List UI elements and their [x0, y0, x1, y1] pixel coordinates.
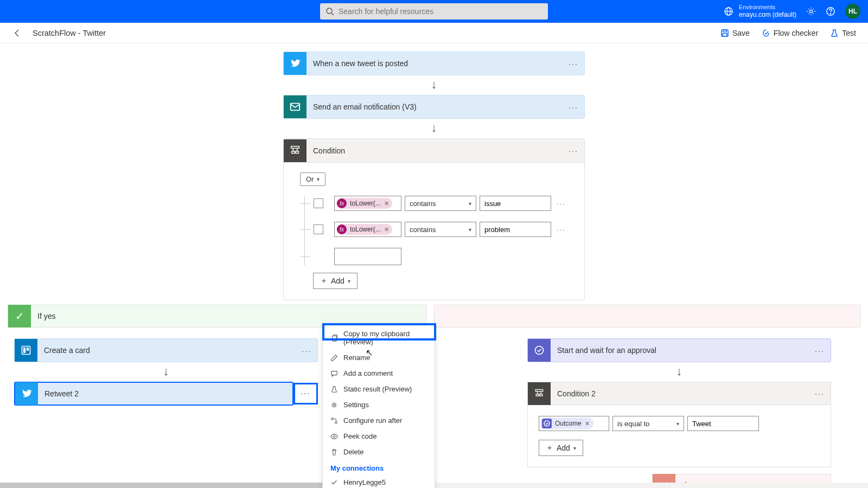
svg-point-30 — [333, 403, 335, 406]
branch-no: Start and wait for an approval ··· ↓ Con… — [434, 305, 868, 488]
svg-rect-26 — [540, 394, 542, 395]
toolbar-actions: Save Flow checker Test — [720, 29, 856, 37]
step-retweet[interactable]: Retweet 2 — [14, 382, 293, 406]
value-input[interactable] — [480, 196, 551, 211]
svg-rect-25 — [536, 394, 539, 395]
step-menu-button[interactable]: ··· — [563, 102, 584, 112]
search-container — [320, 3, 548, 20]
value-input[interactable] — [480, 222, 551, 237]
condition-header[interactable]: Condition ··· — [284, 139, 584, 163]
expression-input[interactable]: fxtoLower(...✕ — [334, 196, 401, 211]
ctx-settings[interactable]: Settings — [323, 397, 435, 413]
ctx-peek-code[interactable]: Peek code — [323, 428, 435, 444]
operator-select[interactable]: is equal to▾ — [612, 416, 684, 431]
ctx-delete[interactable]: Delete — [323, 444, 435, 460]
step-email[interactable]: Send an email notification (V3) ··· — [283, 95, 585, 119]
trello-icon — [15, 339, 37, 362]
approval-token-icon — [542, 419, 552, 428]
back-arrow-icon[interactable] — [12, 28, 22, 38]
expression-input[interactable]: Outcome ✕ — [539, 416, 609, 431]
chevron-down-icon: ▾ — [348, 278, 350, 284]
svg-point-31 — [331, 418, 334, 420]
step-menu-button[interactable]: ··· — [563, 146, 584, 155]
ctx-run-after[interactable]: Configure run after — [323, 413, 435, 428]
ctx-copy-clipboard[interactable]: Copy to my clipboard (Preview) — [323, 326, 435, 350]
check-icon: ✓ — [8, 305, 31, 328]
operator-select[interactable]: contains▾ — [405, 196, 476, 211]
value-input[interactable] — [687, 416, 759, 431]
chevron-down-icon: ▾ — [573, 445, 576, 451]
search-input[interactable] — [320, 3, 548, 20]
gear-icon — [330, 401, 338, 409]
ctx-rename[interactable]: Rename — [323, 350, 435, 365]
add-condition-button[interactable]: ＋ Add ▾ — [313, 273, 358, 289]
help-icon[interactable] — [826, 7, 835, 16]
test-button[interactable]: Test — [830, 29, 856, 37]
svg-rect-28 — [333, 336, 337, 342]
check-icon — [330, 479, 338, 486]
svg-point-5 — [809, 10, 812, 12]
step-menu-button[interactable]: ··· — [296, 346, 317, 355]
remove-token-icon[interactable]: ✕ — [384, 226, 389, 233]
step-create-card[interactable]: Create a card ··· — [14, 338, 318, 362]
gear-icon[interactable] — [806, 7, 816, 16]
chevron-down-icon: ▾ — [317, 176, 320, 182]
twitter-icon — [284, 52, 307, 75]
svg-line-1 — [331, 13, 334, 15]
environment-selector[interactable]: Environments enayu.com (default) — [724, 4, 796, 19]
logic-selector[interactable]: Or▾ — [300, 172, 326, 186]
checkbox[interactable] — [314, 224, 323, 234]
eye-icon — [330, 433, 338, 440]
chevron-down-icon: ▾ — [676, 421, 679, 427]
globe-icon — [724, 7, 733, 16]
flow-canvas: When a new tweet is posted ··· ↓ Send an… — [0, 43, 868, 488]
remove-token-icon[interactable]: ✕ — [384, 200, 389, 207]
svg-point-32 — [335, 421, 337, 423]
pencil-icon — [330, 354, 338, 362]
step-label: When a new tweet is posted — [307, 59, 563, 68]
expression-input-empty[interactable] — [334, 248, 401, 265]
operator-select[interactable]: contains▾ — [405, 222, 476, 237]
save-button[interactable]: Save — [720, 29, 750, 37]
expression-input[interactable]: fxtoLower(...✕ — [334, 222, 401, 237]
step-menu-button[interactable]: ··· — [809, 346, 831, 355]
svg-point-0 — [327, 8, 332, 14]
avatar[interactable]: HL — [845, 4, 860, 19]
svg-rect-19 — [23, 348, 25, 353]
condition-icon — [284, 139, 307, 162]
chevron-down-icon: ▾ — [469, 227, 471, 233]
ctx-connection-item[interactable]: HenryLegge5 — [323, 474, 435, 488]
step-menu-button[interactable]: ··· — [809, 389, 831, 398]
environment-text: Environments enayu.com (default) — [739, 4, 796, 19]
flow-title: ScratchFlow - Twitter — [33, 29, 106, 37]
remove-token-icon[interactable]: ✕ — [585, 420, 590, 427]
step-menu-button[interactable]: ··· — [563, 59, 584, 68]
ctx-static-result[interactable]: Static result (Preview) — [323, 381, 435, 397]
svg-point-33 — [333, 435, 335, 438]
arrow-down-icon: ↓ — [283, 119, 585, 138]
step-twitter-trigger[interactable]: When a new tweet is posted ··· — [283, 52, 585, 75]
add-condition-button[interactable]: ＋ Add ▾ — [539, 440, 583, 456]
approval-icon — [528, 339, 551, 362]
ctx-comment[interactable]: Add a comment — [323, 365, 435, 381]
ctx-connections-label: My connections — [323, 460, 435, 474]
row-menu-button[interactable]: ··· — [554, 226, 566, 234]
step-label: Send an email notification (V3) — [307, 102, 563, 111]
condition-title: Condition — [307, 146, 563, 155]
step-approval[interactable]: Start and wait for an approval ··· — [527, 338, 831, 362]
row-menu-button[interactable]: ··· — [554, 200, 566, 208]
flow-checker-button[interactable]: Flow checker — [762, 29, 818, 37]
context-menu: Copy to my clipboard (Preview) Rename Ad… — [322, 323, 435, 488]
checkbox[interactable] — [314, 198, 323, 208]
svg-rect-22 — [535, 389, 542, 391]
condition-row: fxtoLower(...✕ contains▾ ··· — [305, 196, 569, 211]
condition2-header[interactable]: Condition 2 ··· — [528, 382, 831, 405]
svg-rect-20 — [27, 348, 29, 351]
condition2-title: Condition 2 — [551, 389, 809, 398]
comment-icon — [330, 370, 338, 377]
header-right: Environments enayu.com (default) HL — [724, 4, 860, 19]
fx-icon: fx — [337, 224, 347, 234]
empty-row — [305, 248, 569, 265]
step-menu-button-highlighted[interactable]: ··· — [293, 383, 318, 404]
svg-point-21 — [535, 346, 544, 355]
